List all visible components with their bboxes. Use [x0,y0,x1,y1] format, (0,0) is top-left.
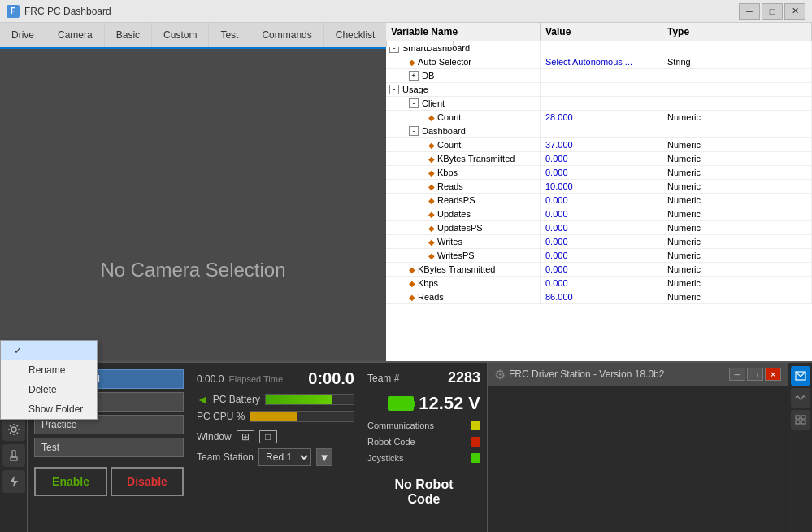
ds-window-buttons: ─ □ ✕ [729,368,781,381]
header-value: Value [541,23,662,41]
header-type: Type [662,23,812,41]
battery-terminal [413,401,415,407]
no-code-label: Code [367,492,480,507]
disable-button[interactable]: Disable [111,467,184,496]
window-maximize-icon[interactable]: □ [259,430,277,443]
joysticks-row: Joysticks [367,453,480,463]
elapsed-time-value: 0:00.0 [308,369,354,388]
ds-icon-lightning[interactable] [2,470,25,493]
context-menu-delete[interactable]: Delete [1,380,97,399]
communications-row: Communications [367,421,480,430]
expand-icon[interactable]: - [409,126,419,136]
svg-rect-3 [12,451,15,457]
battery-arrow-icon: ◄ [197,393,208,406]
close-button[interactable]: ✕ [784,3,805,20]
ds-icon-settings[interactable] [2,418,25,441]
app-title: FRC PC Dashboard [24,6,739,17]
svg-rect-7 [796,416,800,419]
var-value: 0.000 [541,166,662,179]
cpu-bar-container [250,411,354,422]
team-number: 2283 [448,369,480,386]
gear-icon: ⚙ [494,367,506,382]
team-station-dropdown-button[interactable]: ▼ [316,448,332,466]
pc-cpu-row: PC CPU % [197,411,354,422]
tab-camera[interactable]: Camera [46,23,105,47]
voltage-row: 12.52 V [367,393,480,414]
tab-basic[interactable]: Basic [105,23,152,47]
tab-commands[interactable]: Commands [250,23,323,47]
diamond-icon: ◆ [428,113,435,122]
var-value: 0.000 [541,277,662,290]
var-type: Numeric [662,207,812,220]
ds-right-icon-grid[interactable] [791,410,810,430]
var-name: ◆ UpdatesPS [386,221,541,234]
var-type: Numeric [662,249,812,262]
var-type: Numeric [662,290,812,303]
var-type: Numeric [662,152,812,165]
table-row: ◆ ReadsPS 0.000 Numeric [386,194,812,207]
var-value [541,41,662,55]
enable-disable-row: Enable Disable [34,467,184,496]
tab-test[interactable]: Test [209,23,250,47]
ds-right-icon-mail[interactable] [791,366,810,386]
checkmark-icon: ✓ [14,345,24,356]
var-name: - Dashboard [386,124,541,137]
context-menu-checked-item[interactable]: ✓ [1,341,97,360]
context-menu-show-folder[interactable]: Show Folder [1,399,97,419]
var-type [662,69,812,82]
joysticks-status-dot [471,453,480,463]
table-row: ◆ Reads 86.000 Numeric [386,290,812,304]
elapsed-label-text: Elapsed Time [228,374,283,384]
window-restore-icon[interactable]: ⊞ [237,430,254,443]
tab-custom[interactable]: Custom [152,23,209,47]
no-robot-code-section: No Robot Code [367,471,480,507]
diamond-icon: ◆ [428,224,435,233]
table-row: ◆ Writes 0.000 Numeric [386,235,812,249]
context-menu: ✓ Rename Delete Show Folder [0,340,98,420]
expand-icon[interactable]: - [389,85,399,94]
var-type: Numeric [662,166,812,179]
ds-minimize-button[interactable]: ─ [729,368,745,381]
ds-icon-usb[interactable] [2,444,25,467]
var-name: ◆ Count [386,111,541,124]
ds-right-icon-wave[interactable] [791,388,810,408]
ds-maximize-button[interactable]: □ [747,368,763,381]
tab-drive[interactable]: Drive [0,23,46,47]
table-row: ◆ Auto Selector Select Autonomous ... St… [386,55,812,69]
enable-button[interactable]: Enable [34,467,107,496]
diamond-icon: ◆ [409,265,415,274]
window-row: Window ⊞ □ [197,430,354,443]
test-mode-button[interactable]: Test [34,438,184,457]
table-row: - Client [386,97,812,111]
ds-window-title: FRC Driver Station - Version 18.0b2 [509,368,726,380]
maximize-button[interactable]: □ [762,3,783,20]
battery-icon [388,396,414,411]
table-row: ◆ UpdatesPS 0.000 Numeric [386,221,812,235]
robot-code-status-dot [471,437,480,447]
battery-bar-fill [266,395,332,404]
svg-rect-8 [801,416,805,419]
context-menu-rename[interactable]: Rename [1,360,97,380]
var-name: ◆ Updates [386,207,541,220]
window-label: Window [197,431,232,443]
ds-panel-body [488,386,788,532]
robot-code-label: Robot Code [367,437,415,447]
ds-close-button[interactable]: ✕ [765,368,781,381]
battery-bar-container [265,394,354,405]
svg-rect-10 [801,421,805,424]
var-value [541,69,662,82]
communications-status-dot [471,421,480,430]
var-value: 0.000 [541,207,662,220]
team-station-select[interactable]: Red 1 Red 2 Red 3 Blue 1 Blue 2 Blue 3 [258,448,311,466]
var-name: ◆ ReadsPS [386,194,541,207]
expand-icon[interactable]: - [409,98,419,108]
diamond-icon: ◆ [428,238,435,246]
no-camera-text: No Camera Selection [100,259,285,281]
var-value: 0.000 [541,221,662,234]
expand-icon[interactable]: + [409,71,419,81]
tab-checklist[interactable]: Checklist [324,23,388,47]
var-type: Numeric [662,221,812,234]
diamond-icon: ◆ [428,210,435,219]
var-type [662,97,812,110]
minimize-button[interactable]: ─ [739,3,760,20]
